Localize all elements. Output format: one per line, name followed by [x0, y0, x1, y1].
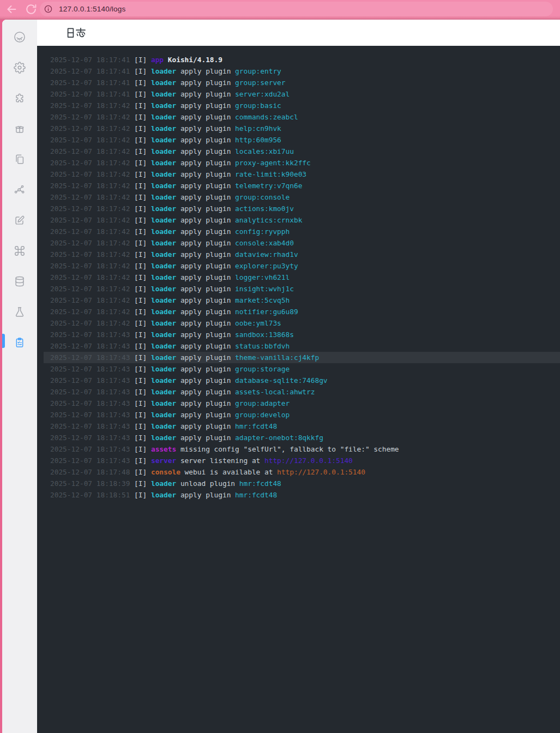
log-timestamp: 2025-12-07 18:17:42 — [50, 136, 130, 144]
sidebar-item-clipboard-check[interactable] — [2, 327, 37, 358]
log-message-part: telemetry:v7qn6e — [235, 182, 302, 190]
log-line: 2025-12-07 18:17:43 [I] loader apply plu… — [44, 329, 560, 340]
log-logger-name: loader — [151, 90, 176, 98]
box-icon — [14, 123, 26, 135]
log-message-part: hmr:fcdt48 — [235, 422, 277, 430]
log-message-part: server:xdu2al — [235, 90, 290, 98]
puzzle-icon — [14, 92, 26, 104]
log-message-part: apply plugin — [180, 101, 235, 110]
log-timestamp: 2025-12-07 18:17:42 — [50, 227, 130, 236]
url-bar[interactable]: 127.0.0.1:5140/logs — [40, 2, 553, 16]
log-message-part: missing config "selfUrl", fallback to "f… — [180, 445, 399, 453]
log-message-part: group:develop — [235, 411, 290, 419]
sidebar-item-share-nodes[interactable] — [2, 175, 37, 205]
log-level: [I] — [134, 159, 147, 167]
log-level: [I] — [134, 227, 147, 236]
log-message-part: apply plugin — [180, 273, 235, 281]
sidebar — [2, 20, 37, 733]
log-level: [I] — [134, 331, 147, 339]
reload-button[interactable] — [25, 3, 38, 16]
log-level: [I] — [134, 285, 147, 293]
browser-toolbar: 127.0.0.1:5140/logs — [0, 0, 560, 20]
flask-icon — [14, 306, 26, 318]
log-level: [I] — [134, 136, 147, 144]
log-logger-name: loader — [151, 331, 176, 339]
log-line: 2025-12-07 18:17:42 [I] loader apply plu… — [44, 306, 560, 317]
sidebar-item-edit[interactable] — [2, 205, 37, 236]
log-logger-name: loader — [151, 285, 176, 293]
log-line: 2025-12-07 18:17:43 [I] loader apply plu… — [44, 409, 560, 420]
back-button[interactable] — [5, 3, 18, 16]
log-timestamp: 2025-12-07 18:17:42 — [50, 147, 130, 155]
sidebar-item-gear[interactable] — [2, 52, 37, 83]
log-logger-name: loader — [151, 411, 176, 419]
log-logger-name: loader — [151, 113, 176, 121]
sidebar-item-puzzle[interactable] — [2, 83, 37, 113]
log-message-part: commands:zeabcl — [235, 113, 298, 121]
log-message-part: apply plugin — [180, 422, 235, 430]
log-message-part: http://127.0.0.1:5140 — [264, 456, 353, 465]
log-line: 2025-12-07 18:17:42 [I] loader apply plu… — [44, 169, 560, 180]
log-message-part: group:console — [235, 193, 290, 201]
log-line: 2025-12-07 18:17:43 [I] loader apply plu… — [44, 398, 560, 409]
log-timestamp: 2025-12-07 18:17:43 — [50, 331, 130, 339]
log-line: 2025-12-07 18:17:43 [I] loader apply plu… — [44, 432, 560, 443]
log-message-part: http:60m956 — [235, 136, 281, 144]
log-logger-name: loader — [151, 124, 176, 133]
log-message-part: hmr:fcdt48 — [235, 491, 277, 499]
browser-page: 日志 2025-12-07 18:17:41 [I] app Koishi/4.… — [2, 20, 560, 733]
log-message-part: locales:xbi7uu — [235, 147, 294, 155]
log-line: 2025-12-07 18:17:42 [I] loader apply plu… — [44, 226, 560, 237]
log-logger-name: loader — [151, 434, 176, 442]
log-message-part: group:server — [235, 79, 285, 87]
log-logger-name: loader — [151, 262, 176, 270]
log-logger-name: loader — [151, 239, 176, 247]
log-message-part: sandbox:13868s — [235, 331, 294, 339]
log-timestamp: 2025-12-07 18:17:42 — [50, 262, 130, 270]
log-timestamp: 2025-12-07 18:17:42 — [50, 319, 130, 327]
log-line: 2025-12-07 18:17:43 [I] loader apply plu… — [44, 386, 560, 398]
log-line: 2025-12-07 18:17:42 [I] loader apply plu… — [44, 214, 560, 226]
log-timestamp: 2025-12-07 18:17:42 — [50, 273, 130, 281]
log-message-part: group:storage — [235, 365, 290, 373]
log-line: 2025-12-07 18:17:42 [I] loader apply plu… — [44, 134, 560, 146]
sidebar-item-box[interactable] — [2, 113, 37, 144]
sidebar-item-gauge[interactable] — [2, 22, 37, 52]
log-message-part: analytics:crnxbk — [235, 216, 302, 224]
sidebar-item-command[interactable] — [2, 236, 37, 266]
database-icon — [14, 275, 26, 287]
log-message-part: proxy-agent:kk2ffc — [235, 159, 311, 167]
log-line: 2025-12-07 18:17:43 [I] loader apply plu… — [44, 363, 560, 375]
sidebar-item-files[interactable] — [2, 144, 37, 175]
log-level: [I] — [134, 79, 147, 87]
log-logger-name: loader — [151, 399, 176, 407]
log-line: 2025-12-07 18:17:42 [I] loader apply plu… — [44, 123, 560, 134]
log-message-part: explorer:pu3yty — [235, 262, 298, 270]
log-level: [I] — [134, 342, 147, 350]
log-line: 2025-12-07 18:17:42 [I] loader apply plu… — [44, 295, 560, 306]
log-level: [I] — [134, 479, 147, 488]
log-timestamp: 2025-12-07 18:17:42 — [50, 296, 130, 304]
log-timestamp: 2025-12-07 18:17:41 — [50, 90, 130, 98]
log-message-part: dataview:rhad1v — [235, 250, 298, 259]
log-line: 2025-12-07 18:18:51 [I] loader apply plu… — [44, 489, 560, 501]
log-logger-name: loader — [151, 296, 176, 304]
sidebar-item-flask[interactable] — [2, 297, 37, 327]
log-message-part: status:bbfdvh — [235, 342, 290, 350]
log-timestamp: 2025-12-07 18:17:42 — [50, 216, 130, 224]
log-message-part: apply plugin — [180, 411, 235, 419]
log-level: [I] — [134, 101, 147, 110]
log-timestamp: 2025-12-07 18:17:43 — [50, 434, 130, 442]
log-logger-name: app — [151, 56, 164, 64]
log-logger-name: loader — [151, 67, 176, 75]
log-line: 2025-12-07 18:17:43 [I] loader apply plu… — [44, 375, 560, 386]
log-message-part: apply plugin — [180, 376, 235, 384]
log-message-part: apply plugin — [180, 239, 235, 247]
log-timestamp: 2025-12-07 18:17:43 — [50, 399, 130, 407]
log-console[interactable]: 2025-12-07 18:17:41 [I] app Koishi/4.18.… — [37, 46, 560, 733]
info-icon[interactable] — [44, 4, 53, 14]
log-level: [I] — [134, 376, 147, 384]
log-level: [I] — [134, 296, 147, 304]
log-line: 2025-12-07 18:17:42 [I] loader apply plu… — [44, 317, 560, 329]
sidebar-item-database[interactable] — [2, 266, 37, 297]
